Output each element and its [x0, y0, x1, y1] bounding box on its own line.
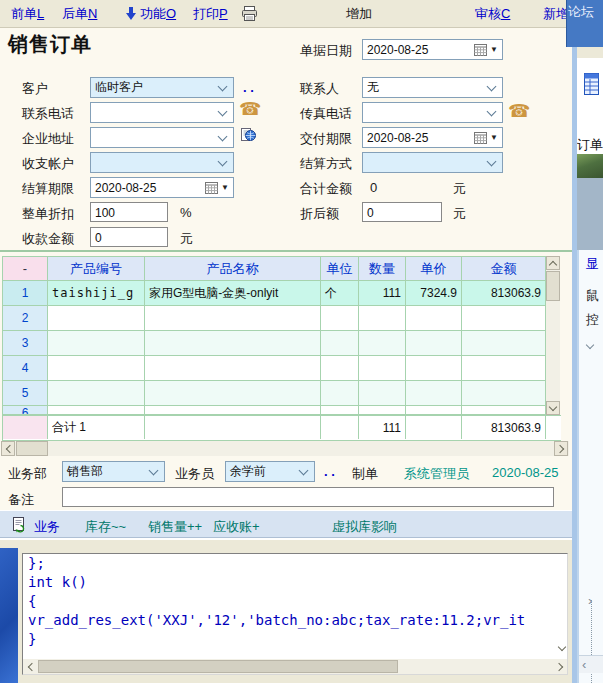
code-hscroll-thumb[interactable]: [38, 660, 398, 673]
cell-product-name[interactable]: [145, 406, 321, 415]
scroll-left-icon[interactable]: ‹: [582, 657, 586, 672]
cell-product-code[interactable]: taishiji_g: [48, 281, 145, 306]
refresh-doc-icon[interactable]: [11, 516, 27, 537]
cell-product-name[interactable]: [145, 331, 321, 356]
cell-qty[interactable]: [359, 306, 406, 331]
cell-qty[interactable]: 111: [359, 281, 406, 306]
audit-button[interactable]: 审核C: [475, 5, 510, 23]
prev-order-button[interactable]: 前单L: [11, 5, 44, 23]
cell-unit[interactable]: 个: [321, 281, 359, 306]
delivery-date-picker[interactable]: 2020-08-25 ▼: [362, 127, 503, 148]
background-menu-item[interactable]: 鼠: [586, 287, 599, 305]
remark-input[interactable]: [62, 487, 554, 507]
hscroll-thumb[interactable]: [16, 441, 48, 456]
scroll-right-icon[interactable]: [554, 441, 568, 456]
scroll-right-icon[interactable]: [553, 659, 567, 674]
cell-product-code[interactable]: [48, 356, 145, 381]
cell-price[interactable]: [406, 381, 462, 406]
cell-price[interactable]: [406, 356, 462, 381]
cell-product-name[interactable]: [145, 356, 321, 381]
cell-qty[interactable]: [359, 331, 406, 356]
scroll-right-icon[interactable]: ›: [588, 593, 592, 608]
cell-amount[interactable]: [462, 381, 546, 406]
doc-date-picker[interactable]: 2020-08-25 ▼: [362, 39, 503, 60]
tab-receivable[interactable]: 应收账+: [213, 518, 260, 536]
code-horizontal-scrollbar[interactable]: [23, 659, 567, 674]
cell-amount[interactable]: [462, 406, 546, 415]
contact-select[interactable]: 无: [362, 77, 503, 98]
cell-unit[interactable]: [321, 356, 359, 381]
tab-stock[interactable]: 库存~~: [85, 518, 126, 536]
cell-amount[interactable]: [462, 306, 546, 331]
tab-sales-qty[interactable]: 销售量++: [148, 518, 202, 536]
dept-select[interactable]: 销售部: [62, 461, 165, 482]
settle-method-select[interactable]: [362, 152, 503, 173]
add-button[interactable]: 增加: [346, 5, 372, 23]
scroll-down-icon[interactable]: [559, 638, 565, 656]
row-number[interactable]: 5: [3, 381, 48, 406]
customer-select[interactable]: 临时客户: [90, 77, 234, 98]
address-map-icon[interactable]: [240, 126, 257, 147]
background-menu-item[interactable]: 显: [586, 255, 599, 273]
cell-product-code[interactable]: [48, 331, 145, 356]
cell-unit[interactable]: [321, 306, 359, 331]
cell-qty[interactable]: [359, 381, 406, 406]
address-select[interactable]: [90, 127, 234, 148]
cell-product-name[interactable]: [145, 306, 321, 331]
order-icon-label[interactable]: 订单: [577, 136, 603, 154]
chevron-down-icon: [299, 466, 309, 476]
cell-product-code[interactable]: [48, 381, 145, 406]
row-number[interactable]: 3: [3, 331, 48, 356]
phone-icon[interactable]: ☎: [239, 98, 261, 120]
fax-select[interactable]: [362, 102, 503, 123]
cell-qty[interactable]: [359, 356, 406, 381]
background-menu-item[interactable]: 控: [586, 311, 599, 329]
print-button[interactable]: 打印P: [193, 5, 228, 23]
scroll-left-icon[interactable]: [23, 659, 37, 674]
customer-browse-link[interactable]: . .: [243, 80, 254, 95]
salesman-browse-link[interactable]: . .: [324, 464, 335, 479]
cell-unit[interactable]: [321, 406, 359, 415]
cell-product-code[interactable]: [48, 306, 145, 331]
chevron-down-icon[interactable]: [587, 336, 593, 354]
order-grid-icon[interactable]: [581, 70, 601, 102]
cell-unit[interactable]: [321, 331, 359, 356]
cell-product-code[interactable]: [48, 406, 145, 415]
cell-product-name[interactable]: [145, 381, 321, 406]
cell-price[interactable]: [406, 406, 462, 415]
scroll-up-icon[interactable]: [546, 256, 560, 270]
row-number[interactable]: 2: [3, 306, 48, 331]
table-scroll-thumb[interactable]: [546, 271, 560, 301]
received-input[interactable]: 0: [90, 227, 168, 247]
discount-input[interactable]: 100: [90, 202, 168, 222]
tab-business[interactable]: 业务: [34, 518, 60, 536]
background-hscrollbar[interactable]: ‹: [579, 655, 603, 673]
row-number[interactable]: 1: [3, 281, 48, 306]
table-horizontal-scrollbar[interactable]: [1, 441, 569, 456]
cell-qty[interactable]: [359, 406, 406, 415]
cell-amount[interactable]: 813063.9: [462, 281, 546, 306]
cell-unit[interactable]: [321, 381, 359, 406]
printer-icon[interactable]: [240, 5, 259, 26]
settle-date-picker[interactable]: 2020-08-25 ▼: [90, 177, 234, 198]
cell-amount[interactable]: [462, 356, 546, 381]
phone-select[interactable]: [90, 102, 234, 123]
cell-price[interactable]: 7324.9: [406, 281, 462, 306]
phone-icon[interactable]: ☎: [508, 100, 530, 122]
cell-price[interactable]: [406, 331, 462, 356]
functions-button[interactable]: 功能O: [140, 5, 176, 23]
cell-price[interactable]: [406, 306, 462, 331]
scroll-left-icon[interactable]: [1, 441, 15, 456]
salesman-select[interactable]: 余学前: [225, 461, 315, 482]
forum-window-titlebar[interactable]: 论坛: [566, 0, 603, 47]
cell-product-name[interactable]: 家用G型电脑-金奥-onlyit: [145, 281, 321, 306]
tab-virtual-stock[interactable]: 虚拟库影响: [332, 518, 397, 536]
row-number[interactable]: 6: [3, 406, 48, 415]
script-editor[interactable]: }; int k() { vr_add_res_ext('XXJ','12','…: [22, 553, 568, 675]
after-discount-input[interactable]: 0: [362, 202, 442, 222]
account-select[interactable]: [90, 152, 234, 173]
cell-amount[interactable]: [462, 331, 546, 356]
next-order-button[interactable]: 后单N: [62, 5, 97, 23]
row-number[interactable]: 4: [3, 356, 48, 381]
scroll-down-icon[interactable]: [546, 401, 560, 415]
